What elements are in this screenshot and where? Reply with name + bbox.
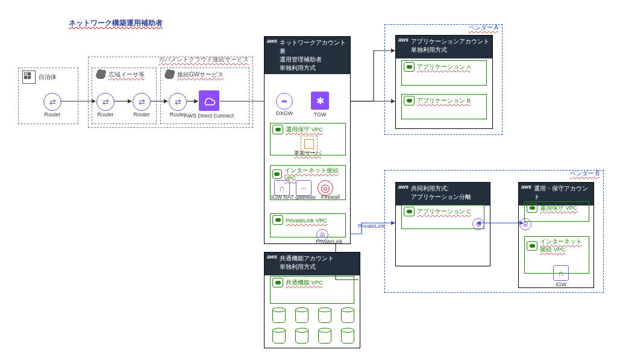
igw-nat-label: IGW NAT gateway (271, 194, 316, 200)
s3-icon (295, 309, 308, 323)
aws-icon: aws (398, 184, 409, 190)
s3-icon (318, 309, 331, 323)
s3-icon (295, 329, 308, 344)
router-icon (133, 93, 151, 111)
aws-icon: aws (267, 254, 277, 260)
cloud-icon (96, 72, 105, 79)
vendor-b-label: ベンダー B (570, 169, 600, 178)
vpc-icon (404, 207, 415, 216)
aws-icon: aws (398, 37, 409, 43)
direct-connect-icon (199, 90, 219, 111)
gw-label: 接続GWサービス (177, 71, 224, 79)
vpc-icon (527, 203, 537, 213)
vpc-icon (527, 241, 537, 251)
vpc-ops-label: 運用保守 VPC (286, 126, 323, 134)
s3-buckets (272, 309, 358, 346)
aws-header: aws ネットワークアカウント兼 運用管理補助者 単独利用方式 (265, 37, 350, 74)
vpc-inet-label: インターネット接続 VPC (284, 167, 343, 181)
vpc-privatelink: PrivateLink VPC (270, 213, 346, 237)
vendor-a-app1: アプリケーション A (401, 60, 487, 86)
server-label: 更新サーバ (294, 149, 321, 157)
gw-head: 接続GWサービス (161, 68, 249, 81)
network-account-title: ネットワークアカウント兼 運用管理補助者 単独利用方式 (280, 39, 348, 72)
s3-icon (341, 329, 354, 344)
onprem-router: Router (43, 93, 61, 111)
aws-icon: aws (521, 184, 531, 190)
vpc-ops-head: 運用保守 VPC (271, 124, 345, 136)
direct-connect: AWS Direct Connect (199, 90, 219, 111)
tgw: TGW (311, 92, 329, 110)
vendor-a-app2: アプリケーション B (401, 94, 487, 119)
privatelink-link-label: PrivateLink (358, 223, 385, 229)
igw-icon (553, 265, 569, 281)
router-icon (96, 93, 114, 111)
onprem-label: 自治体 (39, 73, 57, 81)
s3-icon (341, 309, 354, 323)
s3-icon (272, 309, 286, 323)
vpc-icon (272, 169, 282, 179)
privatelink-label: PrivateLink (316, 239, 343, 245)
s3-icon (318, 329, 331, 344)
page-title: ネットワーク構築運用補助者 (69, 18, 163, 28)
vpc-icon (404, 96, 415, 105)
vendor-b-ops-vpc: 運用保守 VPC (524, 201, 589, 222)
common-vpc: 共通機能 VPC (270, 276, 354, 304)
s3-icon (272, 329, 286, 344)
tgw-icon (311, 92, 329, 110)
vpc-icon (404, 62, 415, 72)
aws-header: awsアプリケーションアカウント 単独利用方式 (396, 36, 492, 58)
privatelink-icon (472, 218, 484, 230)
wan-head: 広域イーサ等 (92, 68, 156, 81)
vpc-plink-head: PrivateLink VPC (271, 214, 345, 226)
router-icon (169, 93, 187, 111)
vpc-icon (272, 278, 283, 287)
vpc-icon (272, 215, 283, 225)
dxgw-icon (276, 93, 293, 110)
vpc-plink-label: PrivateLink VPC (286, 217, 327, 224)
plink-b2 (519, 218, 531, 230)
wan-router-1: Router (96, 93, 114, 111)
cloud-icon (164, 72, 174, 79)
wan-label: 広域イーサ等 (108, 71, 145, 79)
aws-icon: aws (267, 38, 277, 44)
vpc-icon (272, 125, 283, 134)
wan-router-2: Router (133, 93, 151, 111)
gw-router: Router (169, 93, 187, 111)
dxgw: DXGW (276, 93, 293, 110)
firewall-label: Firewall (321, 194, 340, 200)
router-icon (43, 93, 61, 111)
privatelink-icon (519, 218, 531, 230)
plink-b1 (472, 218, 484, 230)
gov-group-label: ガバメントクラウド接続サービス (158, 55, 249, 64)
onprem-head: 自治体 (19, 68, 78, 86)
vendor-b-igw: IGW (553, 265, 569, 281)
building-icon (22, 71, 36, 84)
vendor-a-label: ベンダー A (469, 24, 498, 32)
